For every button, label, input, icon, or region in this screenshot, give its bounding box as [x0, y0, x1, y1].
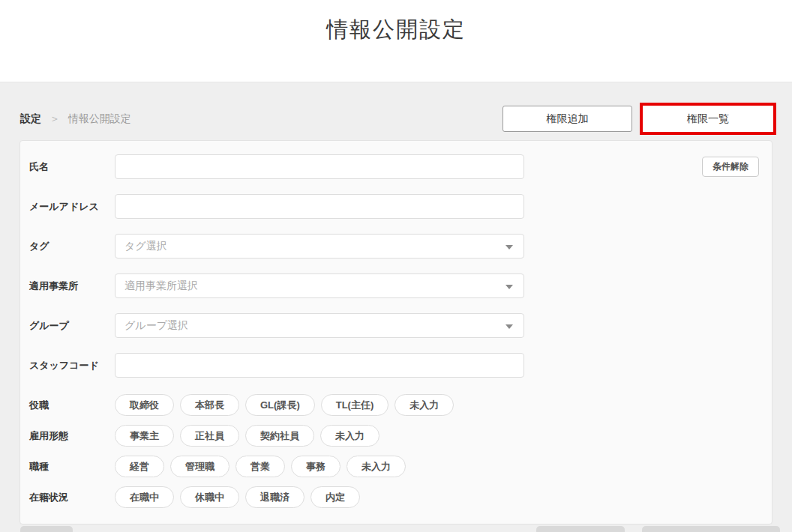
position-option-pill[interactable]: 未入力 [394, 394, 454, 416]
pill-group-employment-type: 雇用形態 事業主 正社員 契約社員 未入力 [29, 425, 772, 447]
employment-type-option-pill[interactable]: 未入力 [320, 425, 380, 447]
form-row-office: 適用事業所 適用事業所選択 [29, 273, 772, 298]
employment-type-option-pill[interactable]: 正社員 [180, 425, 239, 447]
tag-select[interactable]: タグ選択 [115, 234, 524, 259]
employment-type-option-pill[interactable]: 契約社員 [245, 425, 314, 447]
staff-code-input[interactable] [115, 353, 524, 378]
employment-type-option-pill[interactable]: 事業主 [115, 425, 174, 447]
name-label: 氏名 [29, 160, 115, 174]
staff-code-label: スタッフコード [29, 359, 115, 372]
toolbar-buttons: 権限追加 権限一覧 [502, 103, 772, 135]
position-option-pill[interactable]: 取締役 [115, 394, 174, 416]
cutoff-button-right-first[interactable] [536, 526, 625, 532]
job-type-option-pill[interactable]: 営業 [236, 456, 285, 477]
chevron-down-icon [506, 285, 513, 289]
enrollment-status-label: 在籍状況 [29, 491, 115, 504]
toolbar: 設定 ＞ 情報公開設定 権限追加 権限一覧 [20, 103, 772, 135]
job-type-option-pill[interactable]: 事務 [291, 456, 340, 477]
breadcrumb-settings-link[interactable]: 設定 [20, 112, 41, 124]
breadcrumb: 設定 ＞ 情報公開設定 [20, 112, 131, 126]
clear-conditions-button[interactable]: 条件解除 [702, 157, 759, 177]
breadcrumb-current-page: 情報公開設定 [68, 112, 131, 124]
job-type-label: 職種 [29, 460, 115, 474]
form-row-tag: タグ タグ選択 [29, 234, 772, 259]
page-header: 情報公開設定 [0, 0, 792, 82]
pill-group-job-type: 職種 経営 管理職 営業 事務 未入力 [29, 456, 772, 477]
pill-group-position: 役職 取締役 本部長 GL(課長) TL(主任) 未入力 [29, 394, 772, 416]
job-type-option-pill[interactable]: 経営 [115, 456, 164, 477]
form-row-group: グループ グループ選択 [29, 313, 772, 338]
permission-list-button[interactable]: 権限一覧 [643, 106, 773, 132]
form-row-staff-code: スタッフコード [29, 353, 772, 378]
email-input[interactable] [115, 194, 524, 219]
chevron-down-icon [506, 245, 513, 250]
position-label: 役職 [29, 399, 115, 412]
annotation-highlight-box: 権限一覧 [640, 103, 776, 135]
position-option-pill[interactable]: TL(主任) [321, 394, 389, 416]
page-title: 情報公開設定 [0, 0, 792, 45]
group-select[interactable]: グループ選択 [115, 313, 524, 338]
job-type-option-pill[interactable]: 未入力 [346, 456, 406, 477]
enrollment-status-option-pill[interactable]: 退職済 [245, 486, 304, 508]
breadcrumb-separator-icon: ＞ [50, 112, 60, 124]
cutoff-button-right-second[interactable] [642, 526, 780, 532]
form-row-email: メールアドレス [29, 194, 772, 219]
main-content: 設定 ＞ 情報公開設定 権限追加 権限一覧 条件解除 氏名 メールアドレス タグ… [0, 103, 792, 525]
form-row-name: 氏名 [29, 154, 772, 179]
office-select-placeholder: 適用事業所選択 [124, 279, 198, 293]
enrollment-status-option-pill[interactable]: 内定 [310, 486, 360, 508]
email-label: メールアドレス [29, 200, 115, 214]
employment-type-label: 雇用形態 [29, 429, 115, 443]
search-filter-panel: 条件解除 氏名 メールアドレス タグ タグ選択 適用事業所 適用事業所選択 グル… [20, 140, 772, 525]
pill-group-enrollment-status: 在籍状況 在職中 休職中 退職済 内定 [29, 486, 772, 508]
group-select-placeholder: グループ選択 [124, 319, 188, 333]
enrollment-status-option-pill[interactable]: 休職中 [180, 486, 239, 508]
job-type-option-pill[interactable]: 管理職 [170, 456, 230, 477]
name-input[interactable] [115, 154, 524, 179]
office-select[interactable]: 適用事業所選択 [115, 273, 524, 298]
enrollment-status-option-pill[interactable]: 在職中 [115, 486, 174, 508]
position-option-pill[interactable]: GL(課長) [245, 394, 315, 416]
tag-label: タグ [29, 240, 115, 253]
chevron-down-icon [506, 324, 513, 329]
tag-select-placeholder: タグ選択 [124, 240, 167, 253]
cutoff-button-left[interactable] [20, 526, 73, 532]
office-label: 適用事業所 [29, 279, 115, 293]
position-option-pill[interactable]: 本部長 [180, 394, 239, 416]
group-label: グループ [29, 319, 115, 333]
add-permission-button[interactable]: 権限追加 [502, 106, 632, 132]
